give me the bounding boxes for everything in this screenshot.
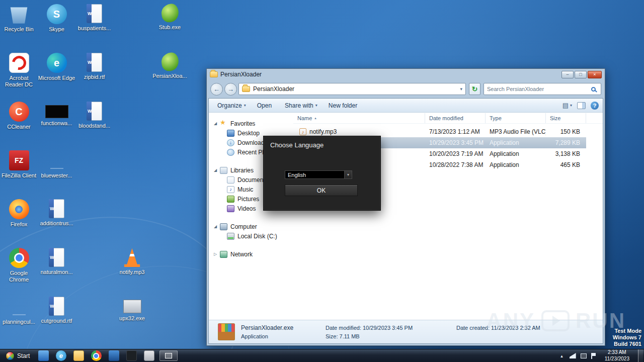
desktop-icon[interactable]: cutground.rtf [38,294,75,342]
desktop-icon-label: FileZilla Client [2,172,36,179]
desktop-icon-grid: Recycle Bin Skype buspatients... Stub.ex… [0,1,189,342]
desktop-icon[interactable]: planningcul... [0,294,38,342]
anyrun-watermark: ANY RUN [486,309,626,333]
desktop-icon[interactable]: Firefox [0,196,38,245]
address-bar[interactable]: PersianXloader ▾ [238,83,466,95]
column-header[interactable]: Type [486,113,546,123]
toolbar-button[interactable]: Share with▾ [280,101,322,111]
file-type: Application [486,161,546,168]
sidebar-item[interactable]: ▷ Network [209,249,293,259]
show-hidden-icons-button[interactable]: ▴ [558,353,565,358]
ok-button[interactable]: OK [285,185,358,196]
back-button[interactable]: ← [210,83,223,96]
start-button[interactable]: Start [1,349,34,362]
language-select[interactable]: English ▾ [285,170,352,179]
minimize-button[interactable]: – [561,71,574,78]
toolbar-button[interactable]: Open [253,101,278,111]
expander-icon[interactable]: ◢ [214,224,220,229]
search-icon[interactable] [591,87,596,92]
search-placeholder: Search PersianXloader [487,86,591,92]
desktop-icon-label: Acrobat Reader DC [1,75,38,88]
taskbar-app-button[interactable] [54,350,67,362]
sidebar-item-icon [220,167,227,174]
taskbar-clock[interactable]: 2:33 AM 11/23/2023 [601,349,633,362]
sidebar-item-icon [227,149,234,156]
command-bar: Organize▾ Open Share with▾ New folder ▤ … [209,99,603,113]
file-size: 7,289 KB [546,139,586,146]
desktop-icon-label: upx32.exe [119,315,145,322]
forward-button[interactable]: → [224,83,237,96]
desktop-icon[interactable]: Skype [38,1,75,50]
dropdown-icon[interactable]: ▾ [344,171,352,178]
desktop-icon-label: Recycle Bin [4,26,33,33]
taskbar-app-button[interactable] [37,350,50,362]
expander-icon[interactable]: ◢ [214,121,220,126]
desktop-icon[interactable]: Acrobat Reader DC [0,50,38,99]
desktop-icon[interactable]: FileZilla Client [0,147,38,196]
desktop-icon[interactable]: bloodstand... [75,99,113,147]
desktop-icon[interactable]: PersianXloa... [151,50,189,99]
action-center-flag-icon[interactable] [591,353,596,359]
desktop-icon-label: planningcul... [3,319,35,325]
desktop-icon[interactable]: naturalmon... [38,245,75,294]
details-filename: PersianXloader.exe [241,324,320,331]
sort-arrow-icon: ▴ [314,116,316,120]
taskbar-app-button[interactable] [90,350,103,362]
network-icon[interactable] [570,353,576,358]
breadcrumb[interactable]: PersianXloader [253,85,294,93]
desktop-icon[interactable]: notify.mp3 [113,245,151,294]
desktop-icon[interactable]: Stub.exe [151,1,189,50]
toolbar-button[interactable]: New folder [324,101,364,111]
sidebar-item[interactable]: ◢ Favorites [209,119,293,128]
desktop-icon-label: naturalmon... [40,269,72,276]
expander-icon[interactable]: ▷ [214,252,220,256]
desktop-icon[interactable]: upx32.exe [113,294,151,342]
views-icon: ▤ [562,102,569,109]
desktop-icon[interactable]: bluewester... [38,147,75,196]
sidebar-item[interactable]: Local Disk (C:) [209,231,293,241]
sidebar-item-label: Local Disk (C:) [237,233,277,240]
desktop-icon[interactable]: Recycle Bin [0,1,38,50]
file-date-modified: 10/20/2023 7:19 AM [425,150,486,157]
desktop-icon-image [160,52,180,72]
desktop-icon[interactable]: zipbid.rtf [75,50,113,99]
show-desktop-button[interactable] [638,349,643,362]
toolbar-button[interactable]: Organize▾ [213,101,251,111]
preview-pane-button[interactable] [577,102,586,109]
window-titlebar[interactable]: PersianXloader – □ × [208,69,603,80]
desktop-icon[interactable]: functionwa... [38,99,75,147]
close-button[interactable]: × [588,71,602,78]
sidebar-item-icon [227,176,234,184]
sidebar-item-icon [220,223,227,230]
taskbar-app-button[interactable] [142,350,155,362]
clock-date: 11/23/2023 [605,356,629,362]
search-box[interactable]: Search PersianXloader [484,83,601,95]
help-button[interactable]: ? [591,102,599,110]
file-date-modified: 10/28/2022 7:38 AM [425,161,486,168]
desktop-icon[interactable]: Google Chrome [0,245,38,294]
sidebar-item-label: Pictures [237,196,259,203]
column-header[interactable]: Date modified [425,113,486,123]
address-dropdown-icon[interactable]: ▾ [460,86,462,92]
expander-icon[interactable]: ◢ [214,168,220,172]
desktop-icon-label: functionwa... [41,120,72,127]
sidebar-item[interactable]: ◢ Computer [209,222,293,231]
desktop-icon[interactable]: additiontrus... [38,196,75,245]
desktop-icon-image [9,297,29,317]
views-button[interactable]: ▤ ▾ [562,102,572,109]
desktop-icon[interactable]: buspatients... [75,1,113,50]
active-window-button[interactable] [159,350,178,361]
column-header[interactable]: Size [546,113,586,123]
desktop-icon-image [124,248,141,267]
desktop-icon[interactable]: CCleaner [0,99,38,147]
taskbar-app-button[interactable] [125,350,138,362]
maximize-button[interactable]: □ [575,71,587,78]
display-icon[interactable] [581,353,587,358]
sidebar-item-icon [227,186,234,193]
taskbar-app-button[interactable] [107,350,120,362]
desktop-icon-label: zipbid.rtf [84,74,105,80]
taskbar-app-button[interactable] [72,350,85,362]
desktop-icon[interactable]: Microsoft Edge [38,50,75,99]
column-header[interactable]: Name▴ [293,113,425,123]
refresh-button[interactable]: ↻ [469,83,480,95]
